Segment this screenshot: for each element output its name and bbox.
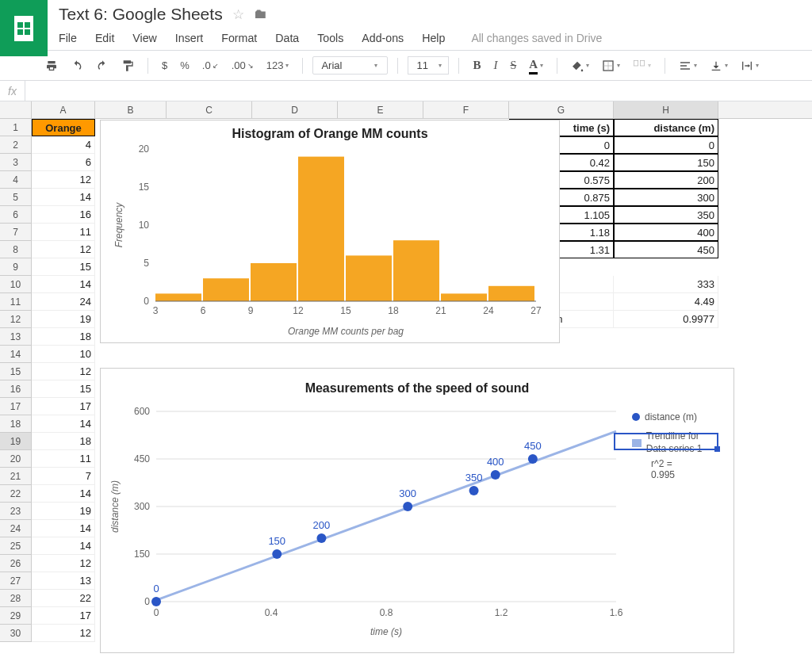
row-header[interactable]: 22	[0, 485, 32, 503]
cell[interactable]: distance (m)	[614, 119, 718, 136]
text-color-button[interactable]: A▾	[525, 55, 547, 76]
cell[interactable]: 18	[32, 328, 95, 346]
bold-button[interactable]: B	[469, 56, 485, 75]
row-header[interactable]: 7	[0, 224, 32, 241]
row-header[interactable]: 1	[0, 119, 32, 136]
redo-icon[interactable]	[92, 57, 113, 75]
cell[interactable]: 17	[32, 607, 95, 625]
cell[interactable]	[614, 433, 718, 450]
cell[interactable]: 11	[32, 450, 95, 468]
cell[interactable]: 14	[32, 485, 95, 503]
folder-icon[interactable]: 🖿	[254, 6, 267, 22]
row-header[interactable]: 29	[0, 607, 32, 625]
cell[interactable]: 15	[32, 380, 95, 398]
print-icon[interactable]	[41, 57, 62, 75]
borders-button[interactable]: ▾	[598, 57, 624, 75]
number-format-dropdown[interactable]: 123 ▾	[262, 57, 293, 74]
row-header[interactable]: 15	[0, 363, 32, 380]
cell[interactable]: 15	[32, 258, 95, 276]
increase-decimal-button[interactable]: .00↘	[228, 57, 258, 74]
decrease-decimal-button[interactable]: .0↙	[198, 57, 223, 74]
cell[interactable]: 450	[614, 241, 718, 258]
column-header-B[interactable]: B	[95, 101, 167, 118]
cell[interactable]: 13	[32, 572, 95, 590]
horizontal-align-button[interactable]: ▾	[675, 57, 701, 75]
cell[interactable]: 12	[32, 363, 95, 380]
cell[interactable]: 350	[614, 206, 718, 224]
cell[interactable]: 0.9977	[614, 311, 718, 328]
row-header[interactable]: 16	[0, 380, 32, 398]
row-header[interactable]: 23	[0, 503, 32, 520]
menu-file[interactable]: File	[59, 29, 85, 48]
cell[interactable]: 4	[32, 136, 95, 154]
formula-bar[interactable]: fx	[0, 81, 812, 101]
row-header[interactable]: 5	[0, 189, 32, 206]
cell[interactable]: 7	[32, 468, 95, 485]
menu-insert[interactable]: Insert	[175, 29, 211, 48]
row-header[interactable]: 4	[0, 171, 32, 189]
vertical-align-button[interactable]: ▾	[706, 57, 732, 75]
cell[interactable]: 12	[32, 241, 95, 258]
cell[interactable]: 12	[32, 555, 95, 572]
cell[interactable]: 14	[32, 415, 95, 433]
cell[interactable]: 14	[32, 520, 95, 537]
row-header[interactable]: 10	[0, 276, 32, 293]
cell[interactable]: 18	[32, 433, 95, 450]
menu-help[interactable]: Help	[422, 29, 453, 48]
row-header[interactable]: 28	[0, 590, 32, 607]
cell[interactable]: 12	[32, 625, 95, 642]
column-header-G[interactable]: G	[509, 101, 614, 118]
undo-icon[interactable]	[67, 57, 87, 75]
strikethrough-button[interactable]: S	[506, 57, 520, 75]
cell[interactable]: 24	[32, 293, 95, 311]
column-header-A[interactable]: A	[32, 101, 95, 118]
cell[interactable]: 16	[32, 206, 95, 224]
column-header-D[interactable]: D	[252, 101, 338, 118]
percent-button[interactable]: %	[176, 57, 193, 74]
column-header-C[interactable]: C	[167, 101, 252, 118]
row-header[interactable]: 17	[0, 398, 32, 415]
menu-view[interactable]: View	[132, 29, 165, 48]
cell[interactable]: 0	[614, 136, 718, 154]
cell[interactable]: 12	[32, 171, 95, 189]
row-header[interactable]: 11	[0, 293, 32, 311]
cell[interactable]: 19	[32, 311, 95, 328]
row-header[interactable]: 3	[0, 154, 32, 171]
currency-button[interactable]: $	[158, 57, 171, 74]
font-dropdown[interactable]: Arial▾	[312, 56, 388, 75]
star-icon[interactable]: ☆	[232, 6, 244, 23]
cell[interactable]: 200	[614, 171, 718, 189]
row-header[interactable]: 6	[0, 206, 32, 224]
cell[interactable]: Orange	[32, 119, 95, 136]
cell[interactable]: 14	[32, 537, 95, 555]
cell[interactable]: 10	[32, 346, 95, 363]
row-header[interactable]: 21	[0, 468, 32, 485]
menu-addons[interactable]: Add-ons	[362, 29, 412, 48]
cell[interactable]: 14	[32, 189, 95, 206]
row-header[interactable]: 8	[0, 241, 32, 258]
document-title[interactable]: Text 6: Google Sheets	[59, 5, 223, 24]
row-header[interactable]: 26	[0, 555, 32, 572]
cell[interactable]: 4.49	[614, 293, 718, 311]
menu-edit[interactable]: Edit	[95, 29, 122, 48]
merge-cells-button[interactable]: ▾	[629, 57, 655, 75]
font-size-dropdown[interactable]: 11▾	[408, 56, 449, 75]
row-header[interactable]: 19	[0, 433, 32, 450]
menu-data[interactable]: Data	[275, 29, 307, 48]
row-header[interactable]: 9	[0, 258, 32, 276]
cell[interactable]: 300	[614, 189, 718, 206]
row-header[interactable]: 24	[0, 520, 32, 537]
row-header[interactable]: 25	[0, 537, 32, 555]
select-all-corner[interactable]	[0, 101, 32, 118]
row-header[interactable]: 20	[0, 450, 32, 468]
fill-color-button[interactable]: ▾	[567, 57, 593, 75]
menu-format[interactable]: Format	[221, 29, 265, 48]
cell[interactable]: 22	[32, 590, 95, 607]
row-header[interactable]: 30	[0, 625, 32, 642]
text-wrap-button[interactable]: ▾	[737, 57, 763, 75]
scatter-chart[interactable]: Measurements of the speed of sound 01503…	[100, 368, 734, 653]
row-header[interactable]: 27	[0, 572, 32, 590]
cell[interactable]: 11	[32, 224, 95, 241]
column-header-H[interactable]: H	[614, 101, 718, 118]
column-header-E[interactable]: E	[338, 101, 423, 118]
